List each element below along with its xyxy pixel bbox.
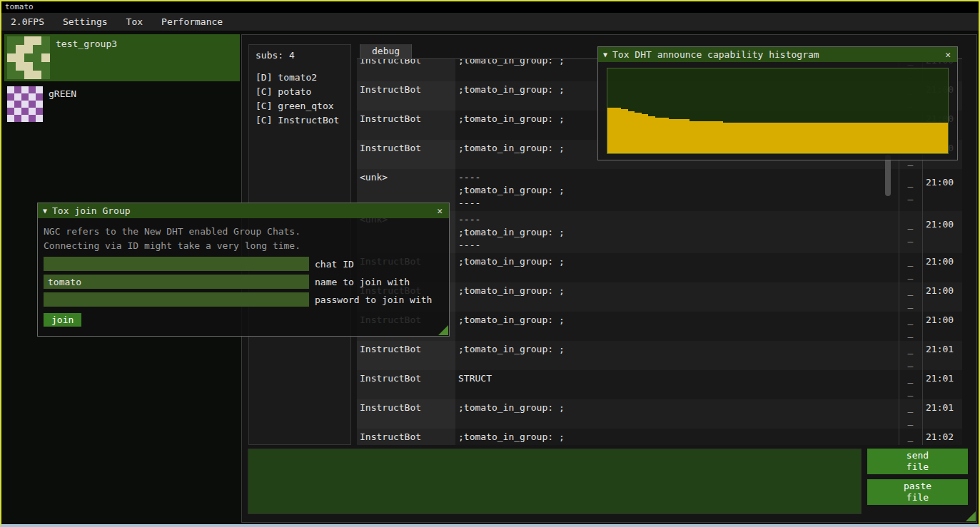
chat-message-text: ;tomato_in_group: ; <box>455 282 899 312</box>
window-titlebar: tomato <box>1 1 979 13</box>
join-field-label: password to join with <box>315 295 432 305</box>
collapse-icon[interactable]: ▼ <box>603 51 607 58</box>
menu-item-performance[interactable]: Performance <box>152 14 232 29</box>
contact-avatar-icon <box>7 86 43 122</box>
chat-timestamp: 21:02 <box>922 429 962 445</box>
message-input[interactable] <box>248 449 862 514</box>
histogram-bar <box>805 123 812 153</box>
histogram-bar <box>928 123 935 153</box>
chat-scrollbar[interactable] <box>885 155 891 196</box>
chat-delivery-flags: _ _ <box>899 211 922 253</box>
menu-item-tox[interactable]: Tox <box>117 14 152 29</box>
menubar: 2.0FPSSettingsToxPerformance <box>1 13 979 31</box>
close-icon[interactable]: ✕ <box>944 49 952 60</box>
paste-file-button[interactable]: paste file <box>867 479 968 505</box>
join-field-row: chat ID <box>44 257 443 271</box>
contact-item-test_group3[interactable]: test_group3 <box>4 34 240 81</box>
histogram-titlebar: ▼ Tox DHT announce capability histogram … <box>598 47 957 62</box>
chat-author: InstructBot <box>357 341 455 370</box>
histogram-bar <box>792 123 799 153</box>
chat-timestamp: 21:00 <box>922 312 962 341</box>
chat-author: InstructBot <box>357 399 455 429</box>
chat-author: InstructBot <box>357 111 455 140</box>
histogram-bar <box>812 123 819 153</box>
histogram-bar <box>682 119 689 153</box>
name-to-join-with-input[interactable] <box>44 275 309 289</box>
chat-message-text: ---- ;tomato_in_group: ; ---- <box>455 211 899 253</box>
join-field-label: chat ID <box>315 259 354 270</box>
member-item[interactable]: [D] tomato2 <box>256 71 344 85</box>
histogram-bar <box>703 121 710 153</box>
chat-timestamp: 21:00 <box>922 211 962 253</box>
histogram-bar <box>642 114 649 153</box>
tab-debug[interactable]: debug <box>360 44 412 58</box>
chat-timestamp: 21:00 <box>922 169 962 211</box>
join-field-row: name to join with <box>44 275 443 289</box>
join-window-resize-grip[interactable] <box>438 325 448 335</box>
chat-delivery-flags: _ _ <box>899 399 922 429</box>
histogram-bar <box>615 108 622 153</box>
chat-delivery-flags: _ _ <box>899 341 922 370</box>
chat-delivery-flags: _ _ <box>899 282 922 312</box>
chat-message-row: InstructBotSTRUCT_ _21:01 <box>357 370 962 399</box>
histogram-bar <box>717 121 724 153</box>
chat-delivery-flags: _ _ <box>899 253 922 282</box>
histogram-bar <box>921 123 928 153</box>
join-fields: chat IDname to join withpassword to join… <box>44 257 443 307</box>
member-item[interactable]: [C] green_qtox <box>256 99 344 113</box>
histogram-bar <box>635 113 642 153</box>
contact-item-gREEN[interactable]: gREEN <box>4 84 240 124</box>
join-button[interactable]: join <box>44 313 81 327</box>
chat-message-row: InstructBot;tomato_in_group: ;_ _21:02 <box>357 429 962 445</box>
histogram-bar <box>696 121 703 153</box>
chat-message-text: ;tomato_in_group: ; <box>455 429 899 445</box>
chat-message-text: ;tomato_in_group: ; <box>455 399 899 429</box>
join-group-window: ▼ Tox join Group ✕ NGC refers to the New… <box>37 203 450 337</box>
histogram-bar <box>744 123 751 153</box>
chat-message-text: ;tomato_in_group: ; <box>455 341 899 370</box>
contact-name: gREEN <box>49 86 76 99</box>
histogram-bar <box>873 123 880 153</box>
chat-timestamp: 21:00 <box>922 253 962 282</box>
histogram-plot <box>607 68 949 154</box>
member-item[interactable]: [C] InstructBot <box>256 113 344 128</box>
send-file-button[interactable]: send file <box>867 449 968 474</box>
join-info-line-2: Connecting via ID might take a very long… <box>44 239 443 253</box>
join-field-label: name to join with <box>315 277 410 287</box>
chat-id-input[interactable] <box>44 257 309 271</box>
histogram-bar <box>894 123 901 153</box>
histogram-bar <box>648 116 655 153</box>
member-item[interactable]: [C] potato <box>256 85 344 99</box>
histogram-bar <box>771 123 778 153</box>
dht-histogram-window: ▼ Tox DHT announce capability histogram … <box>597 46 958 160</box>
password-to-join-with-input[interactable] <box>44 292 309 307</box>
contact-avatar-icon <box>7 36 50 79</box>
chat-author: InstructBot <box>357 140 455 169</box>
histogram-bar <box>901 123 908 153</box>
chat-timestamp: 21:01 <box>922 399 962 429</box>
menu-item-settings[interactable]: Settings <box>54 14 117 29</box>
histogram-bar <box>621 109 628 153</box>
histogram-bar <box>832 123 839 153</box>
main-window-resize-grip[interactable] <box>966 511 976 521</box>
chat-delivery-flags: _ _ <box>899 429 922 445</box>
chat-timestamp: 21:01 <box>922 341 962 370</box>
chat-message-text: ;tomato_in_group: ; <box>455 253 899 282</box>
chat-message-text: ;tomato_in_group: ; <box>455 312 899 341</box>
contact-name: test_group3 <box>56 36 117 49</box>
chat-author: InstructBot <box>357 81 455 111</box>
histogram-bar <box>655 118 662 153</box>
histogram-bar <box>709 121 717 153</box>
collapse-icon[interactable]: ▼ <box>43 207 47 215</box>
histogram-title: Tox DHT announce capability histogram <box>612 49 939 60</box>
histogram-bar <box>757 123 764 153</box>
histogram-bar <box>934 123 941 153</box>
join-field-row: password to join with <box>44 292 443 307</box>
close-icon[interactable]: ✕ <box>435 205 444 216</box>
chat-timestamp: 21:00 <box>922 282 962 312</box>
join-info-line-1: NGC refers to the New DHT enabled Group … <box>44 225 443 239</box>
chat-message-text: ---- ;tomato_in_group: ; ---- <box>455 169 899 211</box>
histogram-bar <box>886 123 894 153</box>
histogram-bar <box>675 119 682 153</box>
members-count: subs: 4 <box>256 50 344 61</box>
